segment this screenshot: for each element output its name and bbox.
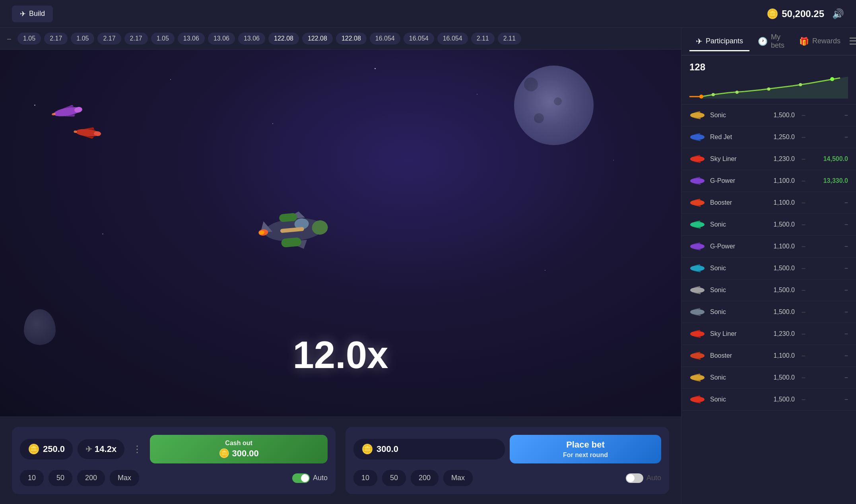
auto-toggle-2: Auto	[626, 473, 661, 483]
auto-label-2: Auto	[646, 474, 661, 482]
svg-point-69	[690, 397, 705, 402]
quick-bet-10-2[interactable]: 10	[353, 470, 377, 486]
mult-badge-9[interactable]: 122.08	[268, 33, 299, 45]
quick-bet-200-2[interactable]: 200	[411, 470, 439, 486]
participant-avatar	[689, 153, 705, 165]
mult-badge-16[interactable]: 2.11	[498, 33, 521, 45]
bet-panel-1-top-row: 🪙 250.0 ✈ 14.2x ⋮ Cash out 🪙 300.00	[20, 435, 328, 463]
star	[272, 123, 273, 124]
mult-badge-7[interactable]: 13.06	[208, 33, 235, 45]
participant-row: Sonic 1,500.0 – –	[681, 105, 856, 126]
multiplier-value: 12.0x	[293, 333, 388, 376]
mult-badge-13[interactable]: 16.054	[404, 33, 434, 45]
svg-marker-44	[694, 205, 701, 207]
participant-dash1: –	[800, 177, 807, 184]
quick-bet-50-1[interactable]: 50	[49, 470, 72, 486]
participant-row: Sonic 1,500.0 – –	[681, 367, 856, 389]
auto-switch-2[interactable]	[626, 473, 643, 483]
participant-win: –	[812, 199, 848, 206]
svg-marker-37	[694, 155, 701, 156]
svg-marker-68	[694, 380, 701, 382]
svg-marker-67	[694, 374, 701, 375]
bet-multiplier-value: 14.2x	[95, 444, 116, 454]
bet-panel-2: 🪙 300.0 Place bet For next round 10 50 2…	[346, 427, 669, 494]
mult-badge-3[interactable]: 2.17	[97, 33, 121, 45]
mult-badge-10[interactable]: 122.08	[302, 33, 333, 45]
svg-point-39	[690, 178, 705, 184]
svg-marker-47	[694, 227, 701, 229]
participant-row: Booster 1,100.0 – –	[681, 192, 856, 214]
participant-row: Booster 1,100.0 – –	[681, 345, 856, 367]
participants-icon: ✈	[696, 37, 703, 46]
mult-badge-11[interactable]: 122.08	[336, 33, 367, 45]
participant-bet: 1,500.0	[763, 287, 795, 294]
svg-marker-35	[694, 140, 701, 141]
participant-dash1: –	[800, 287, 807, 294]
mult-dash[interactable]: –	[4, 32, 14, 45]
svg-marker-52	[694, 264, 701, 266]
tab-rewards[interactable]: 🎁 Rewards	[793, 33, 847, 51]
participant-name: Sonic	[710, 265, 758, 272]
participant-row: Sonic 1,500.0 – –	[681, 214, 856, 236]
tab-participants[interactable]: ✈ Participants	[689, 33, 749, 51]
mult-badge-2[interactable]: 1.05	[71, 33, 94, 45]
participant-dash1: –	[800, 112, 807, 119]
mult-badge-8[interactable]: 13.06	[238, 33, 265, 45]
menu-button[interactable]: ☰	[849, 36, 856, 47]
svg-rect-7	[279, 213, 297, 222]
mult-badge-5[interactable]: 1.05	[151, 33, 175, 45]
svg-marker-62	[694, 337, 701, 338]
quick-bet-200-1[interactable]: 200	[77, 470, 105, 486]
balance-display: 🪙 50,200.25	[767, 8, 824, 19]
quick-bet-50-2[interactable]: 50	[382, 470, 406, 486]
my-bets-label: My bets	[771, 33, 784, 50]
place-bet-button[interactable]: Place bet For next round	[510, 435, 661, 463]
cashout-button[interactable]: Cash out 🪙 300.00	[150, 435, 328, 463]
svg-point-29	[699, 95, 703, 99]
participant-name: G-Power	[710, 243, 758, 250]
star	[170, 79, 171, 80]
participant-name: Booster	[710, 352, 758, 359]
participant-row: G-Power 1,100.0 – –	[681, 236, 856, 258]
header-left: ✈ Build	[12, 6, 53, 22]
mult-badge-0[interactable]: 1.05	[17, 33, 41, 45]
build-button[interactable]: ✈ Build	[12, 6, 53, 22]
mult-badge-12[interactable]: 16.054	[370, 33, 400, 45]
svg-marker-46	[694, 221, 701, 222]
participant-row: G-Power 1,100.0 – 13,330.0	[681, 170, 856, 192]
participant-avatar	[689, 240, 705, 252]
bets-icon: 🕐	[758, 37, 768, 46]
participant-bet: 1,500.0	[763, 112, 795, 119]
mult-badge-1[interactable]: 2.17	[44, 33, 68, 45]
star	[545, 270, 545, 271]
svg-marker-58	[694, 308, 701, 309]
star	[34, 105, 35, 106]
sound-button[interactable]: 🔊	[832, 8, 844, 19]
auto-switch-1[interactable]	[292, 473, 310, 483]
participant-win: –	[812, 112, 848, 119]
bet-amount-display-2: 🪙 300.0	[353, 439, 505, 459]
svg-marker-70	[694, 395, 701, 397]
participant-bet: 1,500.0	[763, 221, 795, 228]
quick-bet-10-1[interactable]: 10	[20, 470, 44, 486]
participant-name: Sonic	[710, 396, 758, 403]
cashout-coin-icon: 🪙	[219, 448, 229, 458]
tab-my-bets[interactable]: 🕐 My bets	[751, 29, 791, 55]
quick-bet-max-2[interactable]: Max	[443, 470, 473, 486]
participant-dash1: –	[800, 396, 807, 403]
header: ✈ Build 🪙 50,200.25 🔊	[0, 0, 856, 28]
svg-point-28	[830, 77, 834, 81]
dots-button[interactable]: ⋮	[129, 440, 145, 458]
auto-toggle-1: Auto	[292, 473, 328, 483]
quick-bet-max-1[interactable]: Max	[110, 470, 139, 486]
participant-avatar	[689, 306, 705, 318]
participant-name: Red Jet	[710, 134, 758, 141]
mult-badge-14[interactable]: 16.054	[437, 33, 468, 45]
mult-badge-15[interactable]: 2.11	[471, 33, 495, 45]
mult-badge-6[interactable]: 13.06	[178, 33, 205, 45]
svg-point-63	[690, 353, 705, 359]
participant-avatar	[689, 372, 705, 384]
participant-name: Sonic	[710, 308, 758, 316]
participant-avatar	[689, 131, 705, 143]
mult-badge-4[interactable]: 2.17	[124, 33, 148, 45]
